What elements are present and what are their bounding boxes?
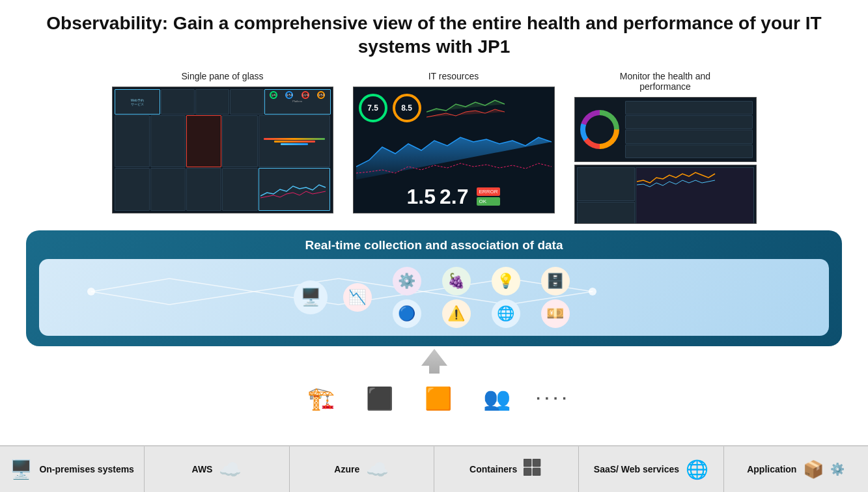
source-icons-row: 🏗️ ⬛ 🟧 👥 · · · · (275, 374, 593, 418)
screenshot-monitor-health: Monitor the health andperformance (574, 71, 757, 224)
tab-aws[interactable]: AWS ☁️ (145, 446, 289, 492)
icon-warning: ⚠️ (442, 299, 471, 328)
svg-line-4 (169, 292, 254, 305)
aws-icon: ☁️ (219, 459, 242, 480)
screenshot-img-right-top (574, 97, 757, 162)
page-title: Observability: Gain a comprehensive view… (0, 0, 868, 66)
screenshot-label-monitor-health: Monitor the health andperformance (620, 71, 710, 92)
tab-azure[interactable]: Azure ☁️ (290, 446, 434, 492)
right-screens-wrapper (574, 97, 757, 224)
icon-server: 🖥️ (294, 280, 328, 314)
screenshot-label-it-resources: IT resources (428, 71, 479, 81)
svg-rect-18 (524, 468, 531, 476)
icon-bulb: 💡 (492, 267, 520, 295)
realtime-section: Real-time collection and association of … (26, 230, 842, 346)
containers-label: Containers (469, 464, 517, 475)
icon-globe: 🌐 (492, 299, 520, 328)
application-icon: 📦 (803, 459, 824, 480)
source-section: 🏗️ ⬛ 🟧 👥 · · · · (0, 348, 868, 418)
saas-label: SaaS/ Web services (594, 464, 679, 475)
svg-line-2 (91, 292, 169, 305)
icon-gear: ⚙️ (393, 267, 421, 295)
screenshot-img-single-pane: Web予約サービス 1/4 0/54 1/24 0/54 Platfo (112, 87, 333, 213)
screenshot-img-right-bottom (574, 165, 757, 224)
screenshot-single-pane: Single pane of glass Web予約サービス 1/4 0/54 … (112, 71, 333, 213)
containers-icon (524, 459, 543, 480)
tab-containers[interactable]: Containers (434, 446, 579, 492)
screenshot-label-single-pane: Single pane of glass (181, 71, 263, 81)
svg-line-1 (91, 279, 169, 292)
source-icon-grid1: ⬛ (360, 379, 399, 418)
saas-icon: 🌐 (686, 459, 708, 480)
azure-icon: ☁️ (366, 459, 389, 480)
arrow-up-svg (402, 348, 467, 374)
icons-area: 🖥️ 📉 ⚙️ 🔵 🍇 ⚠️ 💡 🌐 🗄️ 💴 (39, 259, 829, 336)
source-icon-grid2: 🟧 (419, 379, 458, 418)
svg-line-3 (169, 279, 254, 292)
realtime-title: Real-time collection and association of … (39, 238, 829, 253)
tab-on-premises[interactable]: 🖥️ On-premises systems (0, 446, 145, 492)
application-label: Application (747, 464, 796, 475)
tab-application[interactable]: Application 📦 ⚙️ (724, 446, 868, 492)
screenshot-img-it-resources: 7.5 8.5 (353, 87, 555, 213)
icon-chart-red: 📉 (343, 283, 372, 312)
svg-point-13 (87, 288, 95, 295)
icon-blue-circles: 🍇 (442, 267, 471, 295)
on-premises-icon: 🖥️ (10, 459, 33, 480)
screenshots-row: Single pane of glass Web予約サービス 1/4 0/54 … (0, 66, 868, 224)
icon-database: 🗄️ (541, 267, 570, 295)
azure-label: Azure (334, 464, 359, 475)
svg-marker-0 (356, 137, 552, 180)
screenshot-it-resources: IT resources 7.5 8.5 (353, 71, 555, 213)
svg-rect-16 (524, 459, 531, 467)
svg-rect-19 (533, 468, 540, 476)
application-gear-icon: ⚙️ (830, 462, 845, 476)
svg-point-14 (589, 288, 596, 295)
bottom-tabs: 🖥️ On-premises systems AWS ☁️ Azure ☁️ C… (0, 445, 868, 492)
dots-label: · · · · (536, 389, 567, 407)
icon-yen: 💴 (541, 299, 570, 328)
source-icon-persons: 👥 (477, 379, 516, 418)
on-premises-label: On-premises systems (39, 464, 134, 475)
svg-marker-15 (421, 349, 447, 374)
svg-rect-17 (533, 459, 540, 467)
source-icon-servers: 🏗️ (301, 379, 341, 418)
aws-label: AWS (192, 464, 213, 475)
icon-cluster-blue: 🔵 (393, 299, 421, 328)
connections-svg (39, 259, 829, 336)
tab-saas[interactable]: SaaS/ Web services 🌐 (579, 446, 723, 492)
